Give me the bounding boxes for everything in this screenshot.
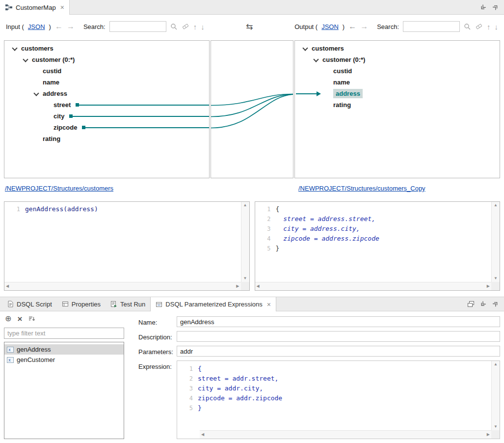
find-previous-icon-output[interactable]: ↑ [487, 23, 491, 31]
line-number: 3 [177, 384, 198, 393]
editor-tab-bar: CustomerMap × [0, 0, 504, 15]
find-next-icon-output[interactable]: ↓ [495, 23, 499, 31]
svg-text:x: x [8, 348, 11, 352]
tab-dsql-script[interactable]: DSQL Script [2, 297, 57, 311]
chevron-down-icon[interactable] [314, 57, 318, 62]
expression-list-item-gencustomer[interactable]: x genCustomer [4, 355, 124, 365]
code-text: { [198, 364, 202, 374]
scroll-left-icon[interactable] [6, 284, 9, 288]
tab-properties[interactable]: Properties [57, 297, 106, 311]
vertical-scrollbar[interactable] [491, 361, 500, 430]
code-line: 2 street = address.street, [255, 214, 491, 224]
scroll-up-icon[interactable] [494, 203, 498, 207]
tree-node-custid[interactable]: custid [295, 65, 500, 77]
tree-node-city[interactable]: city [4, 111, 209, 122]
find-next-icon[interactable]: ↓ [201, 23, 205, 31]
tab-customermap[interactable]: CustomerMap × [0, 0, 70, 15]
output-structure-link[interactable]: /NEWPROJECT/Structures/customers_Copy [298, 185, 425, 192]
tree-node-name[interactable]: name [295, 77, 500, 88]
scroll-down-icon[interactable] [494, 425, 498, 429]
tab-test-run[interactable]: Test Run [106, 297, 150, 311]
vertical-scrollbar[interactable] [241, 202, 249, 282]
nav-back-icon-output[interactable]: ← [348, 23, 356, 30]
name-field[interactable] [177, 316, 500, 327]
tab-label: Test Run [120, 301, 145, 308]
scroll-down-icon[interactable] [243, 277, 247, 280]
tree-node-customers[interactable]: customers [295, 43, 500, 54]
tree-node-street[interactable]: street [4, 99, 209, 111]
chevron-down-icon[interactable] [12, 46, 17, 51]
tree-node-customers[interactable]: customers [4, 43, 209, 54]
nav-forward-icon[interactable]: → [67, 23, 75, 30]
scroll-left-icon[interactable] [257, 284, 260, 288]
description-field[interactable] [177, 331, 500, 342]
maximize-icon[interactable] [493, 301, 499, 307]
maximize-icon[interactable] [493, 4, 499, 10]
source-expression-editor[interactable]: 1 genAddress(address) [4, 201, 250, 291]
horizontal-scrollbar[interactable] [255, 282, 492, 290]
filter-input[interactable] [4, 328, 124, 339]
search-input-right[interactable] [403, 21, 460, 32]
minimize-icon[interactable] [480, 4, 487, 10]
tree-node-rating[interactable]: rating [295, 99, 500, 111]
sort-icon[interactable] [28, 315, 35, 322]
output-toolbar-group: Output (JSON) ← → Search: ↑ ↓ [294, 21, 498, 32]
cascade-windows-icon[interactable] [467, 301, 475, 307]
tree-node-address[interactable]: address [4, 88, 209, 99]
chevron-down-icon[interactable] [303, 46, 308, 51]
parameters-field[interactable] [177, 346, 500, 357]
nav-forward-icon-output[interactable]: → [360, 23, 368, 30]
tree-node-address-selected[interactable]: address [295, 88, 500, 99]
tree-node-name[interactable]: name [4, 77, 209, 88]
tab-dsql-parameterized-expressions[interactable]: DSQL Parameterized Expressions × [150, 297, 276, 311]
mapping-canvas[interactable] [211, 40, 293, 178]
svg-text:x: x [8, 358, 11, 362]
tree-node-rating[interactable]: rating [4, 133, 209, 144]
vertical-scrollbar[interactable] [491, 202, 500, 282]
expression-editors: 1 genAddress(address) 1 { 2 street = add… [4, 201, 500, 291]
search-label-right: Search: [377, 23, 399, 30]
search-icon-left[interactable] [170, 23, 178, 30]
source-editor-lines: 1 genAddress(address) [4, 204, 240, 281]
tree-node-label: rating [43, 135, 60, 142]
tree-node-customer[interactable]: customer (0:*) [295, 54, 500, 65]
scroll-up-icon[interactable] [243, 203, 247, 207]
expression-list-item-genaddress[interactable]: x genAddress [4, 344, 124, 355]
parameterized-expressions-panel: ⊕ × x genAddress x genCustomer Name: Des… [0, 311, 504, 443]
chevron-down-icon[interactable] [23, 57, 28, 62]
minimize-icon[interactable] [480, 301, 487, 307]
clear-search-icon-left[interactable] [182, 23, 189, 30]
input-json-link[interactable]: JSON [28, 23, 45, 30]
search-label-left: Search: [83, 23, 106, 30]
target-expression-editor[interactable]: 1 { 2 street = address.street, 3 city = … [255, 201, 501, 291]
tree-node-customer[interactable]: customer (0:*) [4, 54, 209, 65]
horizontal-scrollbar[interactable] [200, 430, 491, 439]
add-expression-icon[interactable]: ⊕ [5, 315, 11, 323]
tree-node-custid[interactable]: custid [4, 65, 209, 77]
line-number: 5 [177, 403, 198, 413]
code-line: 1 { [177, 364, 491, 374]
scroll-down-icon[interactable] [494, 277, 498, 280]
scroll-up-icon[interactable] [494, 362, 498, 366]
horizontal-scrollbar[interactable] [4, 282, 241, 290]
expression-label: Expression: [138, 363, 172, 370]
delete-expression-icon[interactable]: × [17, 315, 22, 323]
clear-search-icon-right[interactable] [475, 23, 483, 30]
close-icon[interactable]: × [60, 3, 64, 11]
close-icon[interactable]: × [267, 301, 271, 308]
expression-code-editor[interactable]: 1 { 2 street = addr.street, 3 city = add… [177, 360, 500, 439]
scroll-left-icon[interactable] [201, 433, 204, 437]
input-structure-link[interactable]: /NEWPROJECT/Structures/customers [5, 185, 113, 192]
expression-item-label: genCustomer [17, 356, 55, 363]
search-input-left[interactable] [109, 21, 166, 32]
swap-mapping-icon[interactable]: ⇆ [246, 22, 253, 32]
nav-back-icon[interactable]: ← [55, 23, 63, 30]
chevron-down-icon[interactable] [34, 91, 39, 96]
search-icon-right[interactable] [464, 23, 471, 30]
tree-node-zipcode[interactable]: zipcode [4, 122, 209, 133]
scroll-right-icon[interactable] [236, 284, 239, 288]
scroll-right-icon[interactable] [487, 433, 490, 437]
scroll-right-icon[interactable] [487, 284, 490, 288]
find-previous-icon[interactable]: ↑ [193, 23, 197, 31]
output-json-link[interactable]: JSON [321, 23, 339, 30]
